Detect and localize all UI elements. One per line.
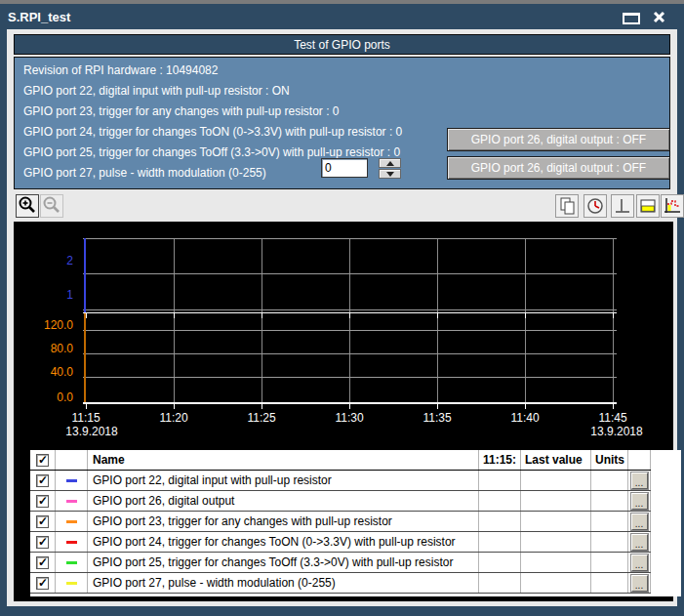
series-color-swatch bbox=[66, 582, 77, 585]
y-tick-digital: 2 bbox=[66, 254, 73, 267]
y-tick-analog: 80.0 bbox=[51, 342, 73, 355]
y-tick-analog: 0.0 bbox=[57, 390, 73, 404]
axis-tick bbox=[437, 404, 438, 409]
table-row: GPIO port 24, trigger for changes ToON (… bbox=[30, 532, 651, 553]
row-time-value bbox=[479, 512, 521, 531]
pwm-spinner bbox=[379, 158, 401, 179]
axis-tick bbox=[349, 313, 350, 318]
zoom-out-button[interactable] bbox=[40, 194, 63, 218]
gridline-h bbox=[83, 309, 617, 310]
panel-title: Test of GPIO ports bbox=[294, 38, 390, 52]
spinner-down-button[interactable] bbox=[379, 169, 401, 179]
row-checkbox[interactable] bbox=[36, 556, 49, 569]
clock-icon bbox=[585, 196, 605, 216]
x-tick-label: 11:40 bbox=[510, 411, 539, 425]
series-color-swatch bbox=[66, 500, 77, 503]
gridline-h bbox=[83, 330, 617, 331]
row-time-value bbox=[479, 532, 521, 552]
copy-button[interactable] bbox=[555, 194, 579, 218]
close-x-glyph bbox=[652, 10, 667, 25]
row-time-value bbox=[479, 573, 521, 593]
series-color-swatch bbox=[66, 520, 77, 523]
row-properties-button[interactable]: ... bbox=[631, 472, 648, 489]
table-row: GPIO port 22, digital input with pull-up… bbox=[30, 471, 651, 491]
row-units bbox=[591, 532, 628, 552]
zoom-out-icon bbox=[41, 195, 62, 217]
gpio26-toggle-button-2[interactable]: GPIO port 26, digital output : OFF bbox=[447, 156, 670, 180]
axis-tick bbox=[525, 404, 526, 409]
x-end-date: 13.9.2018 bbox=[590, 425, 642, 438]
axis-tick bbox=[613, 313, 614, 318]
axis-tick bbox=[525, 313, 526, 318]
row-name: GPIO port 22, digital input with pull-up… bbox=[88, 471, 479, 490]
curve-style-button[interactable] bbox=[661, 194, 684, 218]
row-name: GPIO port 26, digital output bbox=[88, 491, 479, 511]
row-properties-button[interactable]: ... bbox=[631, 575, 648, 592]
y-tick-analog: 40.0 bbox=[51, 365, 73, 379]
axes-icon bbox=[613, 196, 632, 216]
trend-chart[interactable]: 2 1 120.0 80.0 40.0 0.0 11:15 11:20 11:2… bbox=[14, 222, 673, 601]
row-checkbox[interactable] bbox=[36, 515, 49, 528]
select-all-checkbox[interactable] bbox=[36, 454, 49, 467]
header-color-cell bbox=[56, 450, 88, 470]
header-checkbox-cell bbox=[30, 450, 56, 470]
row-last-value bbox=[521, 491, 591, 511]
table-header-row: Name 11:15: Last value Units bbox=[30, 450, 651, 471]
row-units bbox=[591, 573, 628, 593]
row-units bbox=[591, 512, 628, 531]
row-time-value bbox=[479, 553, 521, 572]
x-tick-label: 11:15 bbox=[71, 411, 100, 425]
row-properties-button[interactable]: ... bbox=[631, 513, 648, 530]
row-name: GPIO port 24, trigger for changes ToON (… bbox=[88, 532, 479, 552]
row-units bbox=[591, 471, 628, 490]
series-color-swatch bbox=[66, 561, 77, 564]
y-axis-analog bbox=[84, 313, 86, 403]
row-checkbox[interactable] bbox=[36, 577, 49, 590]
table-row: GPIO port 25, trigger for changes ToOff … bbox=[30, 553, 651, 573]
axis-tick bbox=[613, 404, 614, 409]
gridline-h bbox=[83, 273, 617, 274]
x-tick-label: 11:45 bbox=[598, 411, 626, 425]
series-color-swatch bbox=[66, 479, 77, 482]
axis-tick bbox=[174, 313, 175, 318]
row-time-value bbox=[479, 471, 521, 490]
row-checkbox[interactable] bbox=[36, 474, 49, 487]
gpio26-toggle-button-1[interactable]: GPIO port 26, digital output : OFF bbox=[447, 128, 670, 151]
background-color-button[interactable] bbox=[636, 194, 660, 218]
row-last-value bbox=[521, 512, 591, 531]
table-row: GPIO port 23, trigger for any changes wi… bbox=[30, 512, 651, 532]
axes-button[interactable] bbox=[611, 194, 634, 218]
info-line-port24: GPIO port 24, trigger for changes ToON (… bbox=[23, 122, 453, 143]
row-units bbox=[591, 491, 628, 511]
panel-header: Test of GPIO ports bbox=[14, 34, 670, 55]
axis-tick bbox=[262, 313, 262, 318]
row-checkbox[interactable] bbox=[36, 536, 49, 549]
close-icon[interactable] bbox=[652, 10, 667, 25]
zoom-in-button[interactable] bbox=[16, 194, 39, 218]
arrow-up-icon bbox=[386, 161, 394, 166]
gridline-h bbox=[83, 353, 617, 354]
axis-tick bbox=[174, 404, 175, 409]
row-checkbox[interactable] bbox=[36, 495, 49, 508]
row-last-value bbox=[521, 471, 591, 490]
axis-tick bbox=[86, 404, 87, 409]
spinner-up-button[interactable] bbox=[379, 158, 401, 168]
row-name: GPIO port 27, pulse - width modulation (… bbox=[88, 573, 479, 593]
maximize-icon[interactable] bbox=[623, 13, 640, 24]
pwm-value-input[interactable] bbox=[321, 158, 368, 178]
app-window: S.RPI_test Test of GPIO ports Revision o… bbox=[0, 4, 684, 616]
row-properties-button[interactable]: ... bbox=[631, 534, 648, 551]
copy-icon bbox=[557, 196, 577, 216]
row-properties-button[interactable]: ... bbox=[631, 493, 648, 510]
arrow-down-icon bbox=[386, 172, 394, 177]
info-line-revision: Revision of RPI hardware : 10494082 bbox=[23, 61, 453, 81]
gridline-h bbox=[83, 377, 617, 378]
zoom-in-icon bbox=[17, 195, 38, 217]
row-properties-button[interactable]: ... bbox=[631, 554, 648, 571]
background-color-icon bbox=[638, 196, 658, 216]
header-button-cell bbox=[628, 450, 651, 470]
table-row: GPIO port 27, pulse - width modulation (… bbox=[30, 573, 651, 594]
time-range-button[interactable] bbox=[583, 194, 607, 218]
header-name: Name bbox=[88, 450, 479, 470]
title-bar[interactable]: S.RPI_test bbox=[0, 4, 684, 29]
